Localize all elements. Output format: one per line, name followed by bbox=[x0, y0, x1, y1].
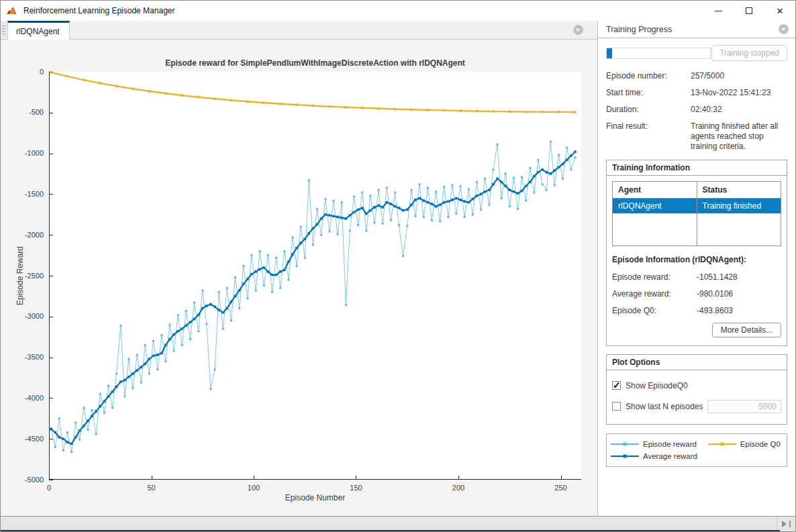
close-icon: ✕ bbox=[777, 7, 784, 15]
last-n-episodes-input[interactable] bbox=[707, 400, 781, 413]
training-progress-fields: Episode number:257/5000Start time:13-Nov… bbox=[606, 71, 787, 152]
svg-text:-1000: -1000 bbox=[25, 149, 44, 157]
show-episodeq0-label: Show EpisodeQ0 bbox=[626, 381, 688, 390]
field-label: Final result: bbox=[606, 121, 691, 152]
maximize-button[interactable] bbox=[734, 1, 764, 21]
tab-label: rlDQNAgent bbox=[16, 27, 60, 36]
legend-item-episode-q0: Episode Q0 bbox=[708, 440, 783, 448]
svg-text:-2000: -2000 bbox=[25, 231, 44, 239]
legend-line-icon bbox=[611, 443, 639, 445]
svg-text:-2500: -2500 bbox=[25, 272, 44, 280]
agent-column-header: Agent bbox=[613, 182, 697, 199]
field-value: 257/5000 bbox=[691, 71, 787, 81]
field-row: Average reward:-980.0106 bbox=[612, 289, 781, 299]
field-label: Episode reward: bbox=[612, 272, 697, 282]
training-progress-bar-fill bbox=[607, 48, 612, 58]
status-column-header: Status bbox=[697, 182, 781, 199]
field-value: -493.8603 bbox=[697, 306, 781, 316]
svg-text:150: 150 bbox=[350, 484, 362, 492]
legend: Episode rewardEpisode Q0Average reward bbox=[606, 433, 787, 467]
field-value: -1051.1428 bbox=[697, 272, 781, 282]
field-row: Final result:Training finished after all… bbox=[606, 121, 787, 152]
svg-text:-5000: -5000 bbox=[25, 476, 44, 484]
agents-table: Agent Status rlDQNAgentTraining finished bbox=[612, 181, 781, 246]
legend-item-average-reward: Average reward bbox=[611, 452, 708, 460]
training-information-box: Training Information Agent Status rlDQNA… bbox=[606, 160, 787, 346]
status-cell: Training finished bbox=[697, 199, 781, 214]
agent-row[interactable]: rlDQNAgentTraining finished bbox=[613, 199, 781, 214]
horizontal-scrollbar[interactable] bbox=[1, 516, 795, 531]
field-row: Episode number:257/5000 bbox=[606, 71, 787, 81]
tab-rldqnagent[interactable]: rlDQNAgent bbox=[7, 21, 70, 40]
training-information-header: Training Information bbox=[607, 160, 787, 176]
close-button[interactable]: ✕ bbox=[764, 1, 795, 21]
svg-text:-3500: -3500 bbox=[25, 353, 44, 361]
training-progress-header: Training Progress bbox=[598, 21, 795, 38]
tab-strip-chevron-down-icon[interactable] bbox=[573, 25, 583, 35]
legend-line-icon bbox=[611, 456, 639, 457]
table-empty-area bbox=[613, 213, 781, 246]
window: Reinforcement Learning Episode Manager ✕… bbox=[0, 0, 796, 532]
training-progress-bar bbox=[606, 48, 711, 59]
field-value: -980.0106 bbox=[697, 289, 781, 299]
legend-line-icon bbox=[708, 443, 736, 445]
svg-text:250: 250 bbox=[554, 484, 566, 492]
episode-information-fields: Episode reward:-1051.1428Average reward:… bbox=[612, 272, 781, 316]
legend-label: Average reward bbox=[643, 452, 697, 460]
legend-item-episode-reward: Episode reward bbox=[611, 440, 708, 448]
window-title: Reinforcement Learning Episode Manager bbox=[23, 6, 175, 15]
training-progress-chevron-down-icon[interactable] bbox=[779, 24, 789, 34]
show-last-n-label: Show last N episodes bbox=[626, 402, 703, 411]
tab-strip: rlDQNAgent bbox=[1, 21, 597, 40]
svg-text:-500: -500 bbox=[29, 108, 44, 116]
scrollbar-separator bbox=[777, 517, 777, 529]
show-episodeq0-checkbox[interactable] bbox=[612, 381, 621, 390]
field-row: Duration:02:40:32 bbox=[606, 105, 787, 115]
training-stopped-button[interactable]: Training stopped bbox=[711, 45, 787, 61]
reward-chart: 0501001502002500-500-1000-1500-2000-2500… bbox=[49, 72, 581, 480]
training-progress-header-label: Training Progress bbox=[606, 25, 672, 34]
field-value: 13-Nov-2022 15:41:23 bbox=[691, 88, 787, 98]
field-label: Average reward: bbox=[612, 289, 697, 299]
scroll-right-icon[interactable] bbox=[782, 521, 791, 527]
title-bar: Reinforcement Learning Episode Manager ✕ bbox=[1, 1, 795, 21]
svg-text:-3000: -3000 bbox=[25, 312, 44, 320]
plot-options-box: Plot Options Show EpisodeQ0 Show last N … bbox=[606, 354, 787, 425]
field-label: Start time: bbox=[606, 88, 691, 98]
field-row: Episode reward:-1051.1428 bbox=[612, 272, 781, 282]
chart-title: Episode reward for SimplePendlumWithImag… bbox=[49, 58, 581, 68]
plot-options-header: Plot Options bbox=[607, 355, 787, 370]
field-label: Duration: bbox=[606, 105, 691, 115]
grip-lines-icon bbox=[2, 25, 5, 34]
field-value: Training finished after all agents reach… bbox=[691, 121, 787, 152]
legend-label: Episode Q0 bbox=[740, 440, 781, 448]
field-label: Episode Q0: bbox=[612, 306, 697, 316]
episode-information-header: Episode Information (rlDQNAgent): bbox=[612, 255, 781, 264]
legend-label: Episode reward bbox=[643, 440, 697, 448]
agent-cell: rlDQNAgent bbox=[613, 199, 697, 214]
training-progress-panel: Training Progress Training stopped Episo… bbox=[597, 21, 795, 516]
y-axis-label: Episode Reward bbox=[15, 72, 25, 480]
matlab-logo-icon bbox=[7, 6, 18, 16]
svg-text:-1500: -1500 bbox=[25, 190, 44, 198]
svg-text:50: 50 bbox=[147, 484, 155, 492]
svg-text:0: 0 bbox=[40, 68, 44, 76]
minimize-button[interactable] bbox=[703, 1, 734, 21]
x-axis-label: Episode Number bbox=[49, 493, 581, 502]
minimize-icon bbox=[715, 11, 722, 11]
field-row: Episode Q0:-493.8603 bbox=[612, 306, 781, 316]
svg-text:200: 200 bbox=[452, 484, 464, 492]
field-row: Start time:13-Nov-2022 15:41:23 bbox=[606, 88, 787, 98]
show-last-n-checkbox[interactable] bbox=[612, 402, 621, 411]
svg-text:100: 100 bbox=[248, 484, 260, 492]
more-details-button[interactable]: More Details... bbox=[712, 323, 781, 337]
panel-grip[interactable] bbox=[1, 21, 6, 38]
svg-text:-4000: -4000 bbox=[25, 394, 44, 402]
svg-text:0: 0 bbox=[47, 484, 51, 492]
figure-column: rlDQNAgent Episode reward for SimplePend… bbox=[1, 21, 597, 516]
svg-text:-4500: -4500 bbox=[25, 435, 44, 443]
field-label: Episode number: bbox=[606, 71, 691, 81]
field-value: 02:40:32 bbox=[691, 105, 787, 115]
maximize-icon bbox=[746, 7, 752, 14]
figure-panel: Episode reward for SimplePendlumWithImag… bbox=[1, 40, 597, 516]
